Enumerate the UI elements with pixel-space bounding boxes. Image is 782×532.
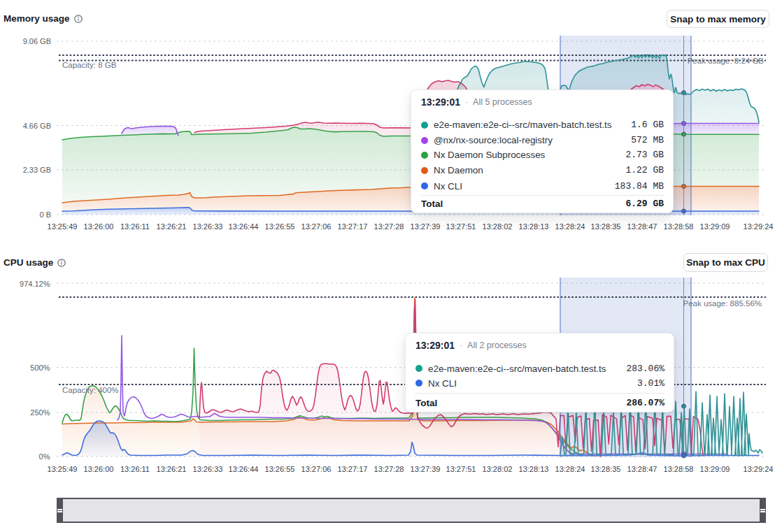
svg-text:13:26:33: 13:26:33 (193, 222, 223, 231)
svg-text:13:27:39: 13:27:39 (411, 465, 441, 473)
svg-text:13:27:51: 13:27:51 (446, 222, 476, 231)
svg-text:13:26:21: 13:26:21 (157, 465, 187, 473)
svg-text:13:26:55: 13:26:55 (265, 222, 295, 231)
svg-text:13:27:06: 13:27:06 (301, 222, 332, 231)
svg-text:13:27:51: 13:27:51 (446, 465, 476, 473)
svg-text:13:29:09: 13:29:09 (700, 465, 730, 473)
svg-text:250%: 250% (30, 408, 50, 417)
svg-text:13:28:02: 13:28:02 (483, 465, 513, 473)
svg-text:13:27:06: 13:27:06 (301, 465, 332, 473)
svg-text:13:27:17: 13:27:17 (338, 222, 368, 231)
svg-text:13:28:24: 13:28:24 (555, 222, 585, 231)
svg-text:13:25:49: 13:25:49 (48, 465, 78, 473)
svg-text:Peak usage: 8.24 GB: Peak usage: 8.24 GB (688, 57, 765, 65)
svg-text:13:26:11: 13:26:11 (120, 222, 150, 231)
svg-text:13:26:55: 13:26:55 (265, 465, 295, 473)
svg-text:13:26:00: 13:26:00 (84, 222, 114, 231)
svg-text:13:27:39: 13:27:39 (411, 222, 441, 231)
svg-text:13:28:24: 13:28:24 (555, 465, 585, 473)
svg-text:13:29:24: 13:29:24 (744, 465, 774, 473)
svg-text:13:29:24: 13:29:24 (744, 222, 774, 231)
svg-text:13:28:13: 13:28:13 (519, 465, 549, 473)
svg-text:13:28:35: 13:28:35 (591, 222, 621, 231)
svg-text:13:28:13: 13:28:13 (519, 222, 549, 231)
svg-text:13:26:21: 13:26:21 (157, 222, 187, 231)
svg-text:13:26:44: 13:26:44 (229, 465, 259, 473)
svg-text:13:29:09: 13:29:09 (700, 222, 730, 231)
svg-text:13:25:49: 13:25:49 (48, 222, 78, 231)
svg-text:2.33 GB: 2.33 GB (23, 166, 51, 174)
svg-text:13:28:58: 13:28:58 (664, 222, 694, 231)
svg-text:13:27:17: 13:27:17 (338, 465, 368, 473)
svg-text:13:28:58: 13:28:58 (664, 465, 694, 473)
svg-text:0 B: 0 B (39, 210, 51, 219)
svg-text:13:26:11: 13:26:11 (120, 465, 150, 473)
svg-text:0%: 0% (39, 452, 50, 461)
svg-text:974.12%: 974.12% (20, 280, 50, 288)
svg-text:13:26:00: 13:26:00 (84, 465, 114, 473)
svg-text:13:26:33: 13:26:33 (193, 465, 223, 473)
svg-text:13:26:44: 13:26:44 (229, 222, 259, 231)
svg-text:13:28:02: 13:28:02 (483, 222, 513, 231)
svg-text:500%: 500% (30, 364, 50, 372)
svg-text:Capacity: 8 GB: Capacity: 8 GB (62, 61, 117, 69)
svg-text:13:28:35: 13:28:35 (591, 465, 621, 473)
svg-text:13:28:47: 13:28:47 (627, 222, 657, 231)
svg-text:4.66 GB: 4.66 GB (23, 122, 51, 130)
svg-text:Capacity: 400%: Capacity: 400% (62, 386, 119, 394)
svg-text:13:28:47: 13:28:47 (627, 465, 657, 473)
svg-text:9.06 GB: 9.06 GB (23, 37, 51, 45)
svg-text:Peak usage: 885.56%: Peak usage: 885.56% (683, 299, 762, 308)
svg-text:13:27:28: 13:27:28 (374, 222, 404, 231)
svg-text:13:27:28: 13:27:28 (374, 465, 404, 473)
